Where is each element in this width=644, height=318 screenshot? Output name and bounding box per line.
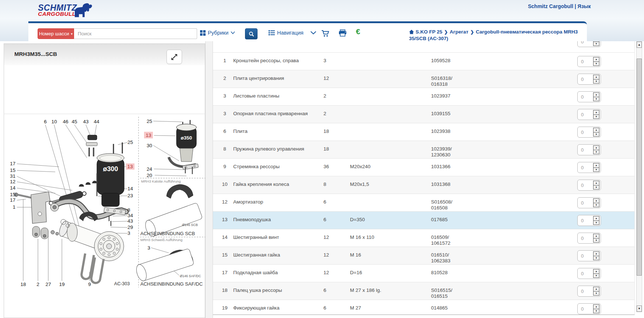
expand-drawing-button[interactable] [167, 50, 182, 64]
spin-down-button[interactable]: ▼ [594, 239, 599, 243]
table-row[interactable]: 3 Опорная пластина приваренная 2 1039155… [213, 105, 635, 123]
table-row[interactable]: 8 Пружина рулевого управления 18 1023939… [213, 141, 635, 158]
spin-up-button[interactable]: ▲ [594, 199, 599, 203]
quantity-stepper[interactable]: 0 ▲ ▼ [577, 56, 601, 67]
spin-up-button[interactable]: ▲ [594, 305, 599, 309]
spin-down-button[interactable]: ▼ [594, 42, 599, 46]
table-row[interactable]: 12 Амортизатор 6 S016508/ 016508 0 ▲ ▼ [213, 194, 635, 211]
print-icon[interactable] [339, 29, 347, 37]
spin-down-button[interactable]: ▼ [594, 274, 599, 278]
table-row[interactable]: 17 Подкладная шайба 12 D=16 810528 0 ▲ ▼ [213, 264, 635, 282]
quantity-stepper[interactable]: 0 ▲ ▼ [577, 233, 601, 244]
spin-down-button[interactable]: ▼ [594, 150, 599, 154]
spin-up-button[interactable]: ▲ [594, 57, 599, 62]
search-submit-button[interactable] [245, 28, 258, 39]
table-row[interactable]: 13 Пневмоподушка 6 D=350 017685 0 ▲ ▼ [213, 211, 635, 229]
quantity-value[interactable]: 0 [578, 289, 593, 294]
quantity-value[interactable]: 0 [578, 253, 593, 259]
quantity-stepper[interactable]: 0 ▲ ▼ [577, 180, 601, 191]
quantity-stepper[interactable]: 0 ▲ ▼ [577, 197, 601, 208]
quantity-value[interactable]: 0 [578, 271, 593, 276]
quantity-stepper[interactable]: 0 ▲ ▼ [577, 286, 601, 297]
table-row[interactable]: 3 Листовые пластины 2 1023937 0 ▲ ▼ [213, 88, 635, 105]
spin-up-button[interactable]: ▲ [594, 181, 599, 186]
quantity-stepper[interactable]: 0 ▲ ▼ [577, 109, 601, 120]
quantity-value[interactable]: 0 [578, 218, 593, 223]
scroll-down-button[interactable]: ▼ [637, 305, 642, 312]
breadcrumb-item-current-line2[interactable]: 35/SCB (AC-307) [409, 36, 448, 41]
table-row[interactable]: 2 Плита центрирования 12 S016318/ 016318… [213, 70, 635, 88]
quantity-value[interactable]: 0 [578, 130, 593, 135]
quantity-value[interactable]: 0 [578, 147, 593, 153]
quantity-stepper[interactable]: 0 ▲ ▼ [577, 215, 601, 226]
quantity-stepper[interactable]: 0 ▲ ▼ [577, 268, 601, 279]
quantity-value[interactable]: 0 [578, 41, 593, 45]
spin-down-button[interactable]: ▼ [594, 256, 599, 260]
spin-up-button[interactable]: ▲ [594, 163, 599, 168]
spin-up-button[interactable]: ▲ [594, 269, 599, 274]
spin-down-button[interactable]: ▼ [594, 132, 599, 137]
scrollbar-thumb[interactable] [637, 59, 642, 276]
spin-down-button[interactable]: ▼ [594, 186, 599, 190]
quantity-value[interactable]: 0 [578, 94, 593, 100]
quantity-stepper[interactable]: 0 ▲ ▼ [577, 41, 601, 47]
row-part-name: Листовые пластины [233, 88, 322, 99]
navigation-menu-button[interactable]: Навигация [269, 30, 316, 36]
table-row[interactable]: 18 Палец ушка рессоры 6 M 27 x 186 lg. S… [213, 282, 635, 300]
search-input[interactable] [74, 28, 197, 39]
spin-up-button[interactable]: ▲ [594, 110, 599, 115]
table-row[interactable]: 14 Шестигранный винт 12 M 16 x 110 01650… [213, 229, 635, 247]
breadcrumb-item-current-line1[interactable]: Cargobull-пневматическая рессора MRH3 [476, 29, 578, 35]
table-row[interactable]: 9 Стремянка рессоры 36 M20x240 1031366 0… [213, 158, 635, 176]
spin-up-button[interactable]: ▲ [594, 216, 599, 221]
spin-up-button[interactable]: ▲ [594, 287, 599, 292]
cart-icon[interactable] [321, 30, 330, 38]
spin-up-button[interactable]: ▲ [594, 75, 599, 80]
account-language-link[interactable]: Schmitz Cargobull | Язык [528, 3, 591, 9]
spin-down-button[interactable]: ▼ [594, 62, 599, 66]
rubrics-menu-button[interactable]: Рубрики [200, 30, 235, 36]
spin-down-button[interactable]: ▼ [594, 292, 599, 296]
chassis-number-dropdown-button[interactable]: Номер шасси ▾ [38, 28, 74, 39]
quantity-stepper[interactable]: 0 ▲ ▼ [577, 74, 601, 85]
quantity-value[interactable]: 0 [578, 59, 593, 64]
spin-down-button[interactable]: ▼ [594, 115, 599, 119]
scroll-up-button[interactable]: ▲ [637, 42, 642, 48]
breadcrumb-item-aggregate[interactable]: Агрегат [450, 29, 469, 35]
quantity-stepper[interactable]: 0 ▲ ▼ [577, 144, 601, 155]
table-row[interactable]: 6 Плита 18 1023938 0 ▲ ▼ [213, 123, 635, 141]
vertical-scrollbar[interactable]: ▲ ▼ [636, 41, 642, 312]
company-logo[interactable]: SCHMITZ CARGOBULL [38, 4, 77, 17]
table-row[interactable]: 10 Гайка крепления колеса 8 M20x1,5 1031… [213, 176, 635, 194]
row-part-number: 1031366 [431, 159, 486, 170]
quantity-value[interactable]: 0 [578, 112, 593, 117]
table-row[interactable]: 1 Кронштейн рессоры, справа 3 1059528 0 … [213, 52, 635, 70]
currency-euro-icon[interactable]: € [356, 27, 360, 36]
breadcrumb-item-root[interactable]: S.KO FP 25 [416, 29, 442, 35]
spin-down-button[interactable]: ▼ [594, 309, 599, 313]
spin-up-button[interactable]: ▲ [594, 146, 599, 150]
panel-splitter[interactable] [205, 41, 213, 318]
quantity-value[interactable]: 0 [578, 165, 593, 170]
table-row[interactable]: 19 Фиксирующая гайка 6 M 27 014865 0 ▲ ▼ [213, 300, 635, 315]
quantity-stepper[interactable]: 0 ▲ ▼ [577, 162, 601, 173]
spin-up-button[interactable]: ▲ [594, 93, 599, 97]
spin-down-button[interactable]: ▼ [594, 80, 599, 84]
quantity-stepper[interactable]: 0 ▲ ▼ [577, 127, 601, 138]
spin-up-button[interactable]: ▲ [594, 234, 599, 239]
quantity-value[interactable]: 0 [578, 183, 593, 188]
table-row[interactable]: 15 Шестигранная гайка 12 M 16 016510/ 10… [213, 247, 635, 264]
spin-down-button[interactable]: ▼ [594, 97, 599, 101]
spin-up-button[interactable]: ▲ [594, 252, 599, 256]
quantity-value[interactable]: 0 [578, 77, 593, 82]
spin-down-button[interactable]: ▼ [594, 203, 599, 207]
spin-down-button[interactable]: ▼ [594, 168, 599, 172]
spin-down-button[interactable]: ▼ [594, 221, 599, 225]
quantity-value[interactable]: 0 [578, 306, 593, 312]
quantity-stepper[interactable]: 0 ▲ ▼ [577, 250, 601, 261]
quantity-value[interactable]: 0 [578, 236, 593, 241]
quantity-stepper[interactable]: 0 ▲ ▼ [577, 91, 601, 102]
quantity-value[interactable]: 0 [578, 200, 593, 206]
spin-up-button[interactable]: ▲ [594, 128, 599, 132]
quantity-stepper[interactable]: 0 ▲ ▼ [577, 303, 601, 314]
